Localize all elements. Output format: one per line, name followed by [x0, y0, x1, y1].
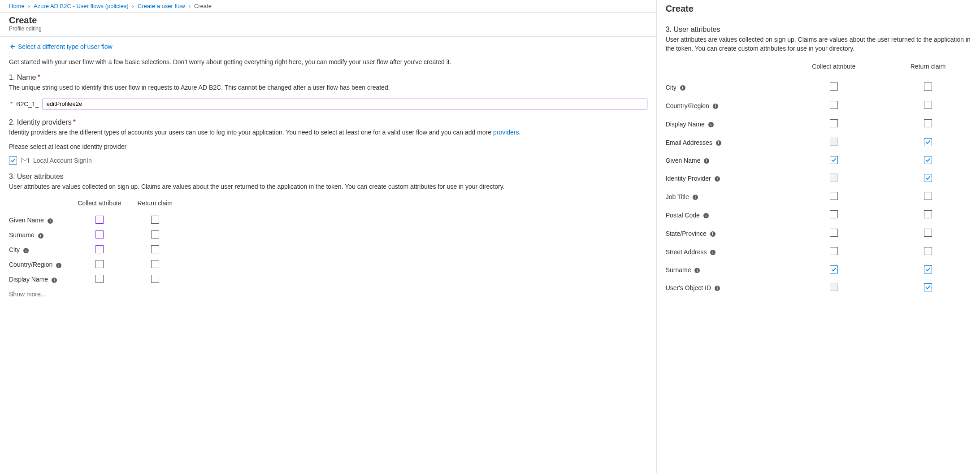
- title-block: Create Profile editing: [0, 13, 656, 37]
- info-icon[interactable]: i: [56, 263, 61, 268]
- info-icon[interactable]: i: [23, 248, 29, 253]
- right-title: Create: [666, 4, 971, 14]
- breadcrumb-sep: ›: [28, 3, 30, 9]
- back-link[interactable]: Select a different type of user flow: [9, 43, 113, 50]
- checkbox[interactable]: [924, 119, 932, 127]
- table-row: Given Name i: [666, 152, 971, 169]
- table-row: Given Name i: [9, 213, 181, 228]
- checkbox[interactable]: [924, 101, 932, 109]
- attribute-label: Display Name i: [666, 115, 783, 133]
- info-icon[interactable]: i: [703, 213, 709, 218]
- breadcrumb-sep: ›: [132, 3, 134, 9]
- breadcrumb-home[interactable]: Home: [9, 3, 25, 9]
- col-return: Return claim: [885, 61, 971, 78]
- mail-icon: [22, 158, 29, 163]
- content: Select a different type of user flow Get…: [0, 37, 656, 307]
- providers-link[interactable]: providers.: [493, 129, 520, 136]
- checkbox[interactable]: [924, 229, 932, 237]
- back-link-label: Select a different type of user flow: [18, 43, 113, 50]
- checkbox[interactable]: [830, 156, 838, 164]
- info-icon[interactable]: i: [48, 218, 53, 224]
- info-icon[interactable]: i: [716, 140, 721, 146]
- checkbox[interactable]: [924, 174, 932, 182]
- checkbox[interactable]: [924, 156, 932, 164]
- breadcrumb: Home › Azure AD B2C - User flows (polici…: [0, 0, 656, 13]
- page-subtitle: Profile editing: [9, 26, 647, 32]
- checkbox[interactable]: [95, 275, 104, 283]
- checkbox: [830, 174, 838, 182]
- checkbox[interactable]: [151, 260, 159, 268]
- idp-label: Local Account SignIn: [33, 157, 92, 164]
- info-icon[interactable]: i: [710, 231, 715, 237]
- checkbox[interactable]: [830, 82, 838, 91]
- info-icon[interactable]: i: [680, 85, 685, 91]
- attributes-table-right: Collect attribute Return claim City iCou…: [666, 61, 971, 297]
- info-icon[interactable]: i: [710, 250, 715, 255]
- name-input-row: * B2C_1_: [9, 99, 647, 109]
- arrow-left-icon: [9, 43, 15, 50]
- info-icon[interactable]: i: [52, 278, 57, 283]
- checkbox[interactable]: [924, 138, 932, 146]
- show-more-link[interactable]: Show more...: [9, 291, 647, 298]
- info-icon[interactable]: i: [713, 104, 718, 109]
- attribute-label: Given Name i: [9, 213, 69, 228]
- checkbox[interactable]: [924, 265, 932, 273]
- info-icon[interactable]: i: [715, 286, 720, 291]
- info-icon[interactable]: i: [715, 176, 720, 182]
- section-3-heading: 3. User attributes: [9, 173, 647, 181]
- right-pane: Create 3. User attributes User attribute…: [657, 0, 980, 473]
- table-row: Surname i: [9, 228, 181, 243]
- checkbox[interactable]: [95, 260, 104, 268]
- section-1-heading: 1. Name*: [9, 74, 647, 82]
- checkbox[interactable]: [924, 192, 932, 200]
- checkbox[interactable]: [151, 275, 159, 283]
- section-2-help: Identity providers are the different typ…: [9, 128, 647, 137]
- info-icon[interactable]: i: [708, 122, 714, 127]
- checkbox[interactable]: [151, 245, 159, 253]
- table-row: Postal Code i: [666, 206, 971, 224]
- breadcrumb-b2c[interactable]: Azure AD B2C - User flows (policies): [34, 3, 129, 9]
- checkbox[interactable]: [95, 230, 104, 239]
- attribute-label: State/Province i: [666, 224, 783, 243]
- info-icon[interactable]: i: [694, 268, 700, 273]
- table-row: Email Addresses i: [666, 133, 971, 152]
- required-indicator: *: [37, 74, 40, 81]
- info-icon[interactable]: i: [693, 195, 698, 200]
- page-title: Create: [9, 15, 647, 26]
- section-1-help: The unique string used to identify this …: [9, 83, 647, 92]
- required-indicator: *: [73, 118, 76, 126]
- checkbox[interactable]: [830, 210, 838, 218]
- breadcrumb-create-flow[interactable]: Create a user flow: [138, 3, 185, 9]
- name-input[interactable]: [43, 99, 647, 109]
- attribute-label: City i: [666, 78, 783, 96]
- table-row: Identity Provider i: [666, 169, 971, 187]
- checkbox[interactable]: [830, 119, 838, 127]
- attribute-label: User's Object ID i: [666, 278, 783, 297]
- breadcrumb-sep: ›: [189, 3, 191, 9]
- checkbox[interactable]: [924, 210, 932, 218]
- attribute-label: Surname i: [9, 228, 69, 243]
- checkbox[interactable]: [924, 82, 932, 91]
- checkbox[interactable]: [924, 283, 932, 291]
- checkbox[interactable]: [830, 229, 838, 237]
- checkbox[interactable]: [151, 216, 159, 224]
- table-row: Country/Region i: [9, 257, 181, 272]
- attribute-label: City i: [9, 243, 69, 257]
- attribute-label: Country/Region i: [666, 96, 783, 115]
- checkbox[interactable]: [151, 230, 159, 239]
- checkbox[interactable]: [830, 265, 838, 273]
- attribute-label: Surname i: [666, 261, 783, 278]
- attribute-label: Country/Region i: [9, 257, 69, 272]
- checkbox[interactable]: [924, 247, 932, 255]
- checkbox[interactable]: [830, 192, 838, 200]
- checkbox[interactable]: [95, 245, 104, 253]
- info-icon[interactable]: i: [704, 158, 709, 164]
- info-icon[interactable]: i: [38, 233, 43, 239]
- checkbox: [830, 138, 838, 146]
- attribute-label: Identity Provider i: [666, 169, 783, 187]
- checkbox[interactable]: [95, 216, 104, 224]
- table-row: City i: [9, 243, 181, 257]
- idp-checkbox[interactable]: [9, 156, 17, 165]
- checkbox[interactable]: [830, 101, 838, 109]
- checkbox[interactable]: [830, 247, 838, 255]
